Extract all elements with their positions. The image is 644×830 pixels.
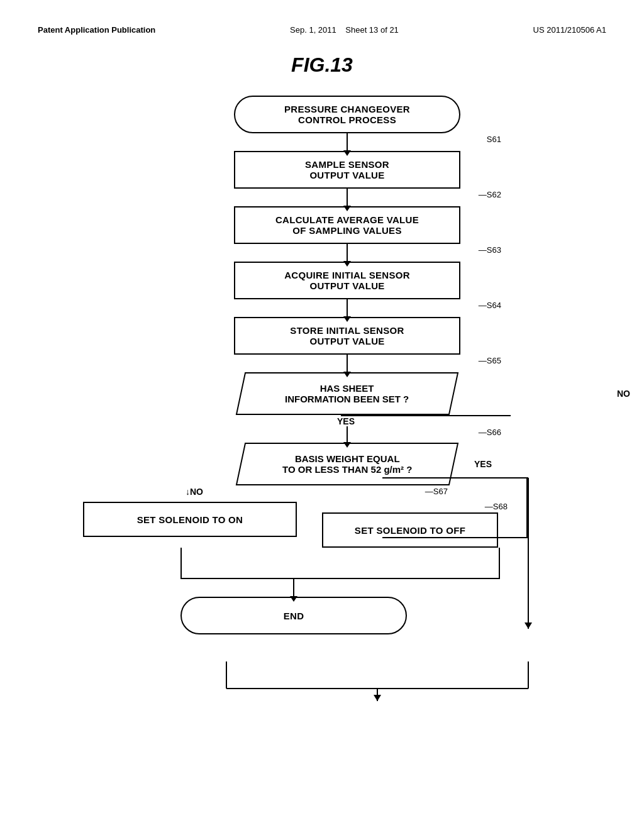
start-box: PRESSURE CHANGEOVERCONTROL PROCESS [234,96,460,133]
end-label: END [284,611,304,621]
s67-section: SET SOLENOID TO ON [74,502,306,537]
s66-label: BASIS WEIGHT EQUALTO OR LESS THAN 52 g/m… [273,450,421,479]
s61-box: SAMPLE SENSOROUTPUT VALUE [234,151,460,189]
s66-diamond-wrapper: BASIS WEIGHT EQUALTO OR LESS THAN 52 g/m… [240,443,454,485]
s65-no-label: NO [617,389,630,399]
h-merge-line [180,578,500,579]
s68-section: —S68 SET SOLENOID TO OFF [313,502,508,548]
step-s68-label: —S68 [485,502,508,511]
branch-section: ↓NO —S67 SET SOLENOID TO ON —S68 [74,485,514,579]
arrow-s65: —S65 [234,355,460,372]
step-s67-label: —S67 [425,487,448,496]
s65-diamond-wrapper: HAS SHEETINFORMATION BEEN SET ? NO [240,372,454,415]
s65-yes-label: YES [337,416,355,426]
s66-no-label: ↓NO [186,487,203,497]
step-s62-label: —S62 [479,190,501,199]
end-box: END [180,597,407,634]
page: Patent Application Publication Sep. 1, 2… [0,0,644,830]
step-s63-label: —S63 [479,245,501,255]
step-s66-label: —S66 [479,428,501,437]
s61-label: SAMPLE SENSOROUTPUT VALUE [305,159,389,180]
s68-box: SET SOLENOID TO OFF [322,512,498,548]
arrow-s61: S61 [234,133,460,151]
step-s61-label: S61 [487,135,501,144]
header-patent-number: US 2011/210506 A1 [533,25,606,35]
s67-label: SET SOLENOID TO ON [137,514,243,525]
s65-box: HAS SHEETINFORMATION BEEN SET ? [236,372,458,415]
s65-label: HAS SHEETINFORMATION BEEN SET ? [275,379,418,408]
final-arrow-section [293,578,294,597]
s68-down-line [499,548,500,579]
no-branch-line-h [341,415,511,416]
s65-yes-section: YES —S66 [234,415,460,443]
figure-title: FIG.13 [38,53,606,77]
final-arrow [293,578,294,597]
s64-box: STORE INITIAL SENSOROUTPUT VALUE [234,317,460,355]
step-s64-label: —S64 [479,301,501,310]
two-boxes-row: SET SOLENOID TO ON —S68 SET SOLENOID TO … [74,502,514,548]
s68-label: SET SOLENOID TO OFF [355,525,465,536]
header-date-sheet: Sep. 1, 2011 Sheet 13 of 21 [290,25,399,35]
header-publication: Patent Application Publication [38,25,155,35]
merge-arrows [74,548,514,579]
s67-box: SET SOLENOID TO ON [83,502,297,537]
s62-label: CALCULATE AVERAGE VALUEOF SAMPLING VALUE… [275,214,419,236]
arrow-s63: —S63 [234,244,460,262]
s66-box: BASIS WEIGHT EQUALTO OR LESS THAN 52 g/m… [236,443,458,485]
arrow-s62: —S62 [234,189,460,206]
s66-yes-label: YES [474,459,492,469]
s64-label: STORE INITIAL SENSOROUTPUT VALUE [290,325,404,346]
s63-box: ACQUIRE INITIAL SENSOROUTPUT VALUE [234,262,460,299]
header: Patent Application Publication Sep. 1, 2… [38,25,606,35]
start-label: PRESSURE CHANGEOVERCONTROL PROCESS [284,104,410,125]
s63-label: ACQUIRE INITIAL SENSOROUTPUT VALUE [284,270,410,291]
arrow-s64: —S64 [234,299,460,317]
step-s65-label: —S65 [479,356,501,365]
s67-down-line [180,548,182,579]
flowchart: PRESSURE CHANGEOVERCONTROL PROCESS S61 S… [88,96,606,634]
header-date: Sep. 1, 2011 [290,25,343,35]
s62-box: CALCULATE AVERAGE VALUEOF SAMPLING VALUE… [234,206,460,244]
yes-label-row: YES [337,415,357,426]
header-sheet: Sheet 13 of 21 [345,25,399,35]
arrow-s66: —S66 [234,426,460,443]
